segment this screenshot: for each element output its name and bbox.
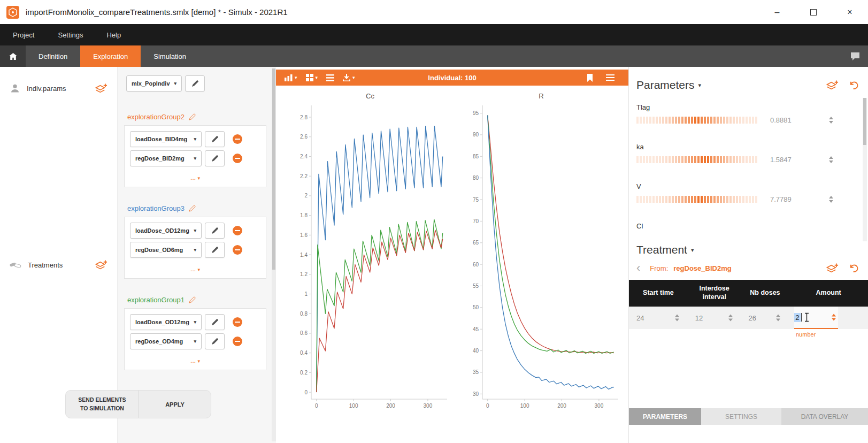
treatment-label: loadDose_OD12mg [135,319,189,325]
edit-treatment-button[interactable] [205,333,225,349]
parameter-slider[interactable] [636,196,758,203]
table-view-button[interactable] [326,74,334,81]
treatment-dropdown[interactable]: regDose_OD6mg▾ [130,242,202,258]
treatment-dropdown[interactable]: regDose_BID2mg▾ [130,150,202,166]
treatment-dropdown[interactable]: loadDose_OD12mg▾ [130,314,202,330]
interdose-interval-field[interactable]: 12 [688,307,741,329]
home-icon [9,52,18,60]
svg-text:80: 80 [473,175,479,181]
text-cursor-icon [804,312,810,322]
nb-doses-spinner[interactable] [776,315,780,322]
edit-group-icon[interactable] [189,205,196,212]
tab-parameters[interactable]: PARAMETERS [629,408,701,425]
edit-treatment-button[interactable] [205,223,225,239]
remove-treatment-icon[interactable] [233,337,242,346]
text-caret [801,313,802,322]
minimize-button[interactable]: – [759,0,795,24]
parameter-slider[interactable] [636,156,758,163]
add-parameters-element-icon[interactable] [826,80,839,90]
chart-type-button[interactable]: ▾ [285,74,297,81]
home-button[interactable] [0,45,26,67]
reset-parameters-icon[interactable] [848,80,858,90]
parameter-value-field[interactable]: 0.8881 [765,116,833,124]
menu-help[interactable]: Help [106,31,121,39]
tab-data-overlay[interactable]: DATA OVERLAY [781,408,868,425]
parameter-value-field[interactable]: 7.7789 [765,195,833,203]
pop-param-dropdown[interactable]: mlx_PopIndiv▾ [126,75,182,91]
close-button[interactable]: × [832,0,868,24]
pencil-icon [211,135,219,143]
value-spinner[interactable] [829,196,833,203]
export-button[interactable]: ▾ [343,74,355,81]
send-to-simulation-button[interactable]: SEND ELEMENTS TO SIMULATION [66,391,139,418]
tab-definition[interactable]: Definition [26,45,80,67]
layout-grid-button[interactable]: ▾ [306,74,318,81]
remove-treatment-icon[interactable] [233,317,242,327]
treatment-dropdown[interactable]: regDose_OD4mg▾ [130,333,202,349]
start-time-spinner[interactable] [675,315,679,322]
remove-treatment-icon[interactable] [233,154,242,163]
treatment-table-row: 24 12 26 2 [629,307,868,329]
edit-treatment-button[interactable] [205,150,225,166]
edit-pop-param-button[interactable] [185,75,205,91]
svg-text:0.8: 0.8 [300,311,308,317]
sidebar-item-indiv-params[interactable]: Indiv.params [0,79,117,98]
treatment-dropdown[interactable]: loadDose_OD12mg▾ [130,223,202,239]
remove-treatment-icon[interactable] [233,245,242,255]
group-name: explorationGroup3 [127,204,185,212]
maximize-button[interactable] [795,0,832,24]
tab-settings[interactable]: SETTINGS [701,408,781,425]
add-treatment-element-icon[interactable] [826,263,839,273]
parameter-slider[interactable] [636,117,758,124]
bottom-actions: SEND ELEMENTS TO SIMULATION APPLY [65,390,211,418]
exploration-group: explorationGroup2 loadDose_BID4mg▾ regDo… [124,111,266,187]
reset-treatment-icon[interactable] [848,263,858,273]
treatment-from-row: ‹ From: regDose_BID2mg [629,256,868,280]
parameter-value-field[interactable]: 1.5847 [765,156,833,164]
amount-field[interactable]: 2 [794,307,838,329]
start-time-value: 24 [636,314,644,322]
scrollbar-thumb[interactable] [863,98,866,145]
groups-scrollbar[interactable] [272,68,276,441]
chevron-left-icon[interactable]: ‹ [636,264,640,272]
edit-group-icon[interactable] [189,113,196,120]
remove-treatment-icon[interactable] [233,226,242,235]
add-more-dropdown[interactable]: ... ▾ [130,353,260,369]
chevron-down-icon: ▾ [194,247,196,253]
maximize-icon [810,9,817,16]
menu-icon[interactable] [606,74,614,81]
amount-spinner[interactable] [832,314,836,321]
feedback-chat-icon[interactable] [850,51,861,61]
chevron-down-icon: ▾ [194,339,196,344]
pencil-icon [211,318,219,326]
sidebar-item-treatments[interactable]: Treatments [0,255,117,274]
definition-sidebar: Indiv.params Treatments [0,67,118,443]
add-indiv-param-icon[interactable] [95,83,107,94]
edit-treatment-button[interactable] [205,242,225,258]
remove-treatment-icon[interactable] [233,134,242,144]
nb-doses-field[interactable]: 26 [741,307,789,329]
r-chart-block: R 30354045505560657075808590950100200300 [458,86,625,416]
tab-exploration[interactable]: Exploration [80,45,141,67]
add-more-dropdown[interactable]: ... ▾ [130,170,260,186]
parameters-scrollbar[interactable] [863,98,867,241]
menu-project[interactable]: Project [13,31,34,39]
bookmark-icon[interactable] [587,74,593,82]
apply-button[interactable]: APPLY [139,391,211,418]
edit-treatment-button[interactable] [205,314,225,330]
start-time-field[interactable]: 24 [629,307,688,329]
treatment-section-title[interactable]: Treatment ▾ [636,243,858,256]
edit-group-icon[interactable] [189,296,196,303]
add-more-dropdown[interactable]: ... ▾ [130,261,260,277]
treatment-dropdown[interactable]: loadDose_BID4mg▾ [130,131,202,147]
menu-settings[interactable]: Settings [58,31,83,39]
add-treatment-icon[interactable] [95,259,107,270]
tab-simulation[interactable]: Simulation [141,45,199,67]
download-icon [343,74,350,81]
parameters-section-title[interactable]: Parameters ▾ [636,79,701,91]
edit-treatment-button[interactable] [205,131,225,147]
interdose-interval-spinner[interactable] [728,315,733,322]
scrollbar-thumb[interactable] [272,68,275,270]
value-spinner[interactable] [829,156,833,163]
value-spinner[interactable] [829,117,833,124]
